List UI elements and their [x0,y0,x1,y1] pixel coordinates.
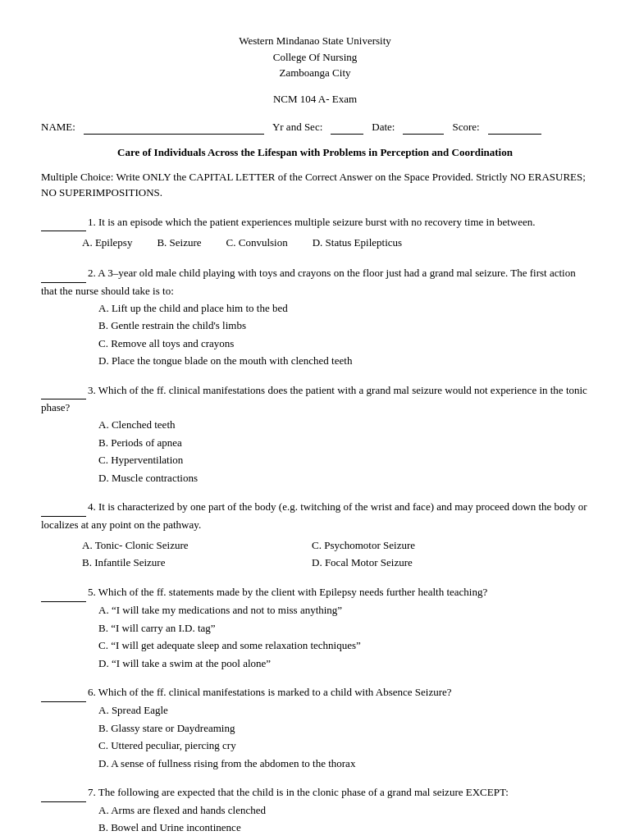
question-3-options: A. Clenched teeth B. Periods of apnea C.… [98,417,589,486]
question-1-text: 1. It is an episode which the patient ex… [41,214,589,232]
name-line: NAME: Yr and Sec: Date: Score: [41,121,589,135]
question-4: 4. It is characterized by one part of th… [41,499,589,571]
university-name: Western Mindanao State University [41,33,589,49]
question-4-options: A. Tonic- Clonic Seizure C. Psychomotor … [82,537,589,572]
question-7: 7. The following are expected that the c… [41,784,589,840]
question-2-text: 2. A 3–year old male child playing with … [41,265,589,300]
section-title: Care of Individuals Across the Lifespan … [41,146,589,159]
city-name: Zamboanga City [41,65,589,81]
question-5: 5. Which of the ff. statements made by t… [41,584,589,671]
question-2: 2. A 3–year old male child playing with … [41,265,589,369]
question-3-text: 3. Which of the ff. clinical manifestati… [41,382,589,418]
instructions: Multiple Choice: Write ONLY the CAPITAL … [41,169,589,201]
name-label: NAME: [41,121,75,134]
date-label: Date: [372,121,395,134]
college-name: College Of Nursing [41,49,589,66]
yr-sec-input [331,121,363,135]
question-6-text: 6. Which of the ff. clinical manifestati… [41,684,589,702]
question-2-options: A. Lift up the child and place him to th… [98,300,589,369]
question-3: 3. Which of the ff. clinical manifestati… [41,382,589,486]
question-1-options: A. Epilepsy B. Seizure C. Convulsion D. … [82,235,589,252]
score-input [488,121,541,135]
date-input [403,121,444,135]
question-5-options: A. “I will take my medications and not t… [98,602,589,671]
question-5-text: 5. Which of the ff. statements made by t… [41,584,589,602]
question-6-options: A. Spread Eagle B. Glassy stare or Daydr… [98,702,589,771]
yr-sec-label: Yr and Sec: [272,121,322,134]
exam-title: NCM 104 A- Exam [41,93,589,106]
question-1: 1. It is an episode which the patient ex… [41,214,589,253]
question-4-text: 4. It is characterized by one part of th… [41,499,589,534]
question-7-options: A. Arms are flexed and hands clenched B.… [98,802,589,840]
score-label: Score: [452,121,479,134]
question-7-text: 7. The following are expected that the c… [41,784,589,802]
header: Western Mindanao State University Colleg… [41,33,589,81]
question-6: 6. Which of the ff. clinical manifestati… [41,684,589,771]
name-input [84,121,264,135]
